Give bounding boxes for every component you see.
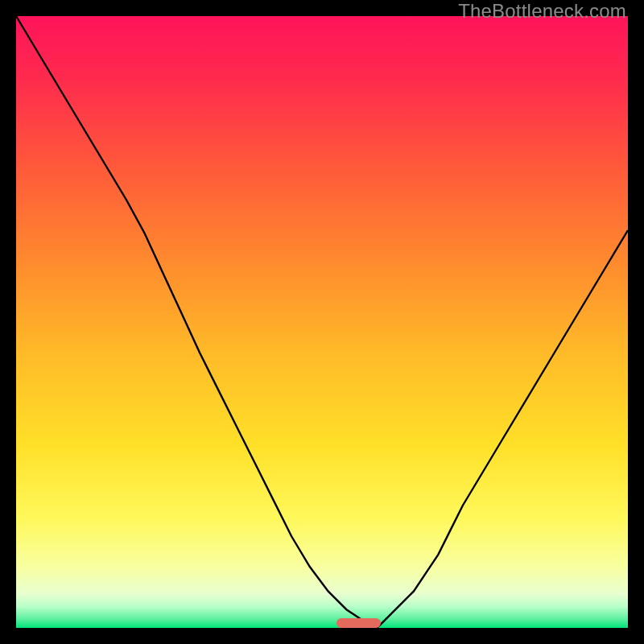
plot-area bbox=[16, 16, 628, 628]
chart-frame: TheBottleneck.com bbox=[0, 0, 644, 644]
curve-layer bbox=[16, 16, 628, 628]
left-curve bbox=[16, 16, 377, 628]
right-curve bbox=[377, 230, 628, 628]
bottleneck-marker bbox=[336, 618, 381, 628]
watermark-text: TheBottleneck.com bbox=[458, 0, 626, 23]
